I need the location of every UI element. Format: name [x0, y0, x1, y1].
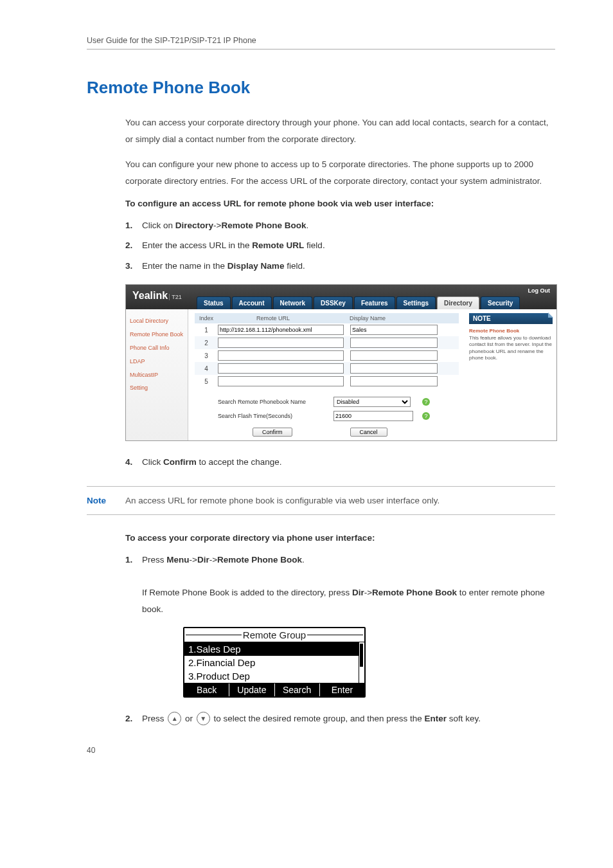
note-callout: Note An access URL for remote phone book… — [87, 486, 555, 515]
table-row: 5 — [195, 375, 459, 388]
flash-time-input[interactable] — [333, 411, 413, 421]
remote-url-input[interactable] — [218, 338, 344, 348]
softkey-enter[interactable]: Enter — [320, 683, 364, 696]
sidebar-item-phone-call-info[interactable]: Phone Call Info — [129, 341, 185, 355]
table-row: 3 — [195, 349, 459, 362]
help-icon[interactable]: ? — [422, 412, 430, 420]
phone-screen-title: Remote Group — [184, 628, 364, 642]
help-icon[interactable]: ? — [422, 398, 430, 406]
remote-url-input[interactable] — [218, 376, 344, 386]
intro-para-1: You can access your corporate directory … — [125, 114, 549, 147]
remote-url-input[interactable] — [218, 350, 344, 361]
up-arrow-icon: ▲ — [168, 712, 181, 725]
table-row: 4 — [195, 362, 459, 375]
softkey-search[interactable]: Search — [275, 683, 320, 696]
confirm-button[interactable]: Confirm — [253, 428, 292, 437]
tab-network[interactable]: Network — [273, 296, 312, 309]
down-arrow-icon: ▼ — [197, 712, 210, 725]
phone-list-item[interactable]: 3.Product Dep — [184, 669, 364, 683]
note-panel: NOTE Remote Phone Book This feature allo… — [465, 309, 556, 440]
display-name-input[interactable] — [350, 338, 438, 348]
softkey-update[interactable]: Update — [229, 683, 274, 696]
flash-time-label: Search Flash Time(Seconds) — [218, 413, 333, 419]
display-name-input[interactable] — [350, 350, 438, 361]
tab-status[interactable]: Status — [197, 296, 231, 309]
phone-list-item[interactable]: 1.Sales Dep — [184, 642, 364, 656]
note-text: An access URL for remote phone book is c… — [125, 496, 555, 505]
sidebar-item-ldap[interactable]: LDAP — [129, 355, 185, 368]
phone-ui-screenshot: Remote Group 1.Sales Dep 2.Financial Dep… — [183, 627, 366, 698]
phone-list-item[interactable]: 2.Financial Dep — [184, 656, 364, 669]
tab-security[interactable]: Security — [481, 296, 520, 309]
step-1b: 1. Press Menu->Dir->Remote Phone Book. I… — [125, 552, 549, 618]
cancel-button[interactable]: Cancel — [350, 428, 387, 437]
softkey-bar: Back Update Search Enter — [184, 683, 364, 696]
step-1: 1. Click on Directory->Remote Phone Book… — [125, 217, 549, 234]
note-header: NOTE — [469, 313, 553, 324]
table-row: 2 — [195, 336, 459, 349]
tab-directory[interactable]: Directory — [437, 296, 479, 309]
running-header: User Guide for the SIP-T21P/SIP-T21 IP P… — [87, 36, 555, 50]
procedure-1-steps: 1. Click on Directory->Remote Phone Book… — [125, 217, 549, 275]
display-name-input[interactable] — [350, 325, 438, 335]
step-2: 2. Enter the access URL in the Remote UR… — [125, 237, 549, 254]
scrollbar[interactable] — [359, 642, 364, 683]
search-name-select[interactable]: Disabled — [333, 397, 411, 407]
table-row: 1 — [195, 323, 459, 336]
section-title: Remote Phone Book — [87, 78, 555, 98]
page-number: 40 — [87, 746, 95, 755]
tab-settings[interactable]: Settings — [396, 296, 436, 309]
search-name-label: Search Remote Phonebook Name — [218, 399, 333, 405]
procedure-1-title: To configure an access URL for remote ph… — [125, 199, 549, 208]
display-name-input[interactable] — [350, 363, 438, 374]
intro-para-2: You can configure your new phone to acce… — [125, 156, 549, 189]
sidebar-item-local-directory[interactable]: Local Directory — [129, 314, 185, 328]
remote-url-input[interactable] — [218, 363, 344, 374]
top-tabs: Status Account Network DSSKey Features S… — [197, 296, 521, 309]
brand-logo: YealinkT21 — [132, 290, 182, 302]
tab-account[interactable]: Account — [232, 296, 272, 309]
step-4: 4. Click Confirm to accept the change. — [125, 454, 549, 471]
tab-dsskey[interactable]: DSSKey — [314, 296, 353, 309]
note-label: Note — [87, 496, 125, 505]
step-2b: 2. Press ▲ or ▼ to select the desired re… — [125, 710, 549, 727]
web-ui-screenshot: YealinkT21 Log Out Status Account Networ… — [125, 284, 557, 441]
sidebar-item-remote-phone-book[interactable]: Remote Phone Book — [129, 328, 185, 341]
logout-link[interactable]: Log Out — [528, 287, 551, 294]
sidebar-item-setting[interactable]: Setting — [129, 381, 185, 395]
display-name-input[interactable] — [350, 376, 438, 386]
sidebar: Local Directory Remote Phone Book Phone … — [126, 309, 188, 440]
procedure-2-title: To access your corporate directory via p… — [125, 533, 549, 543]
table-header: Index Remote URL Display Name — [195, 313, 459, 323]
softkey-back[interactable]: Back — [184, 683, 229, 696]
step-3: 3. Enter the name in the Display Name fi… — [125, 258, 549, 275]
tab-features[interactable]: Features — [354, 296, 395, 309]
remote-url-input[interactable] — [218, 325, 344, 335]
sidebar-item-multicastip[interactable]: MulticastIP — [129, 368, 185, 382]
